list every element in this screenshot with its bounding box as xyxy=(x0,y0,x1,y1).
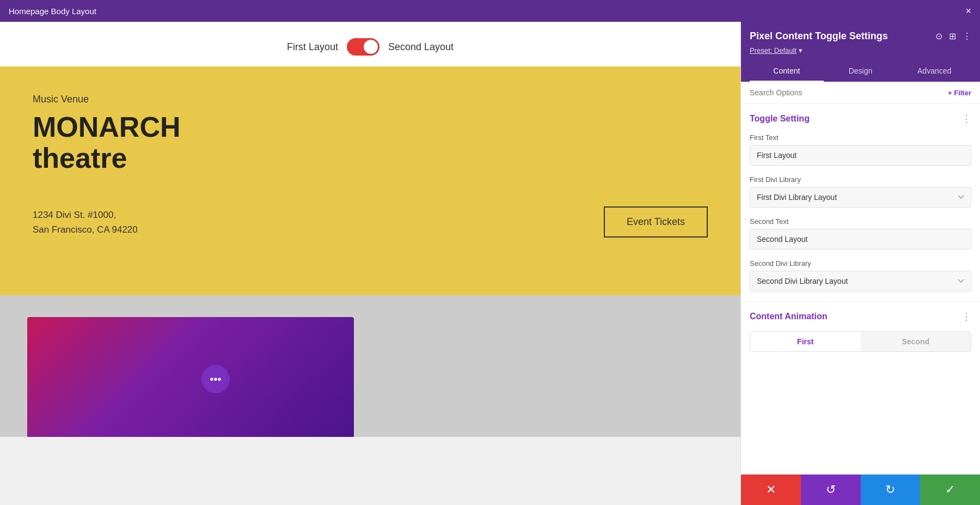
venue-card: Music Venue MONARCHtheatre 1234 Divi St.… xyxy=(0,66,740,295)
venue-title: MONARCHtheatre xyxy=(33,112,708,174)
more-icon[interactable]: ⋮ xyxy=(963,31,971,41)
first-text-input[interactable] xyxy=(750,145,971,166)
venue-bottom: 1234 Divi St. #1000,San Francisco, CA 94… xyxy=(33,206,708,238)
section-header-toggle: Toggle Setting ⋮ xyxy=(750,113,971,125)
bottom-toolbar: ✕ ↺ ↻ ✓ xyxy=(741,474,980,505)
venue-address: 1234 Divi St. #1000,San Francisco, CA 94… xyxy=(33,208,138,237)
toggle-thumb xyxy=(364,40,378,54)
tab-design[interactable]: Design xyxy=(824,61,898,82)
target-icon[interactable]: ⊙ xyxy=(935,31,942,41)
section-title-toggle: Toggle Setting xyxy=(750,114,810,124)
settings-body: + Filter Toggle Setting ⋮ First Text Fir… xyxy=(741,82,980,474)
first-text-field-group: First Text xyxy=(750,133,971,166)
tab-content[interactable]: Content xyxy=(750,61,824,82)
title-bar: Homepage Body Layout × xyxy=(0,0,980,22)
toggle-setting-section: Toggle Setting ⋮ First Text First Divi L… xyxy=(741,104,980,291)
venue-subtitle: Music Venue xyxy=(33,94,708,105)
chat-bubble-button[interactable]: ••• xyxy=(201,365,230,393)
first-divi-label: First Divi Library xyxy=(750,175,971,184)
close-button[interactable]: × xyxy=(965,5,971,17)
toggle-track[interactable] xyxy=(347,38,379,56)
section-more-icon[interactable]: ⋮ xyxy=(961,113,971,125)
settings-preset[interactable]: Preset: Default ▾ xyxy=(750,46,971,54)
search-row: + Filter xyxy=(741,82,980,104)
second-text-field-group: Second Text xyxy=(750,217,971,250)
window-title: Homepage Body Layout xyxy=(9,7,96,16)
dots-icon: ••• xyxy=(210,373,221,386)
section-title-animation: Content Animation xyxy=(750,312,828,321)
toggle-switch[interactable] xyxy=(347,38,379,56)
animation-tab-first[interactable]: First xyxy=(750,332,861,351)
refresh-button[interactable]: ↻ xyxy=(861,474,921,505)
cancel-button[interactable]: ✕ xyxy=(741,474,801,505)
settings-title: Pixel Content Toggle Settings xyxy=(750,31,888,42)
first-text-label: First Text xyxy=(750,133,971,142)
second-text-label: Second Text xyxy=(750,217,971,226)
event-tickets-button[interactable]: Event Tickets xyxy=(604,206,708,238)
first-divi-field-group: First Divi Library First Divi Library La… xyxy=(750,175,971,208)
layout-icon[interactable]: ⊞ xyxy=(949,31,956,41)
settings-header: Pixel Content Toggle Settings ⊙ ⊞ ⋮ Pres… xyxy=(741,22,980,82)
preset-label: Preset: Default xyxy=(750,46,797,54)
animation-tab-second[interactable]: Second xyxy=(861,332,971,351)
content-animation-section: Content Animation ⋮ First Second xyxy=(741,301,980,361)
second-divi-select[interactable]: Second Divi Library Layout xyxy=(750,271,971,291)
animation-more-icon[interactable]: ⋮ xyxy=(961,311,971,323)
settings-header-icons: ⊙ ⊞ ⋮ xyxy=(935,31,971,41)
toggle-row: First Layout Second Layout xyxy=(0,22,740,66)
lower-section: ••• xyxy=(0,295,740,437)
tab-advanced[interactable]: Advanced xyxy=(897,61,971,82)
section-header-animation: Content Animation ⋮ xyxy=(750,311,971,323)
main-area: First Layout Second Layout Music Venue M… xyxy=(0,22,980,505)
filter-button[interactable]: + Filter xyxy=(948,89,971,97)
second-text-input[interactable] xyxy=(750,229,971,250)
settings-tabs: Content Design Advanced xyxy=(750,61,971,82)
second-divi-label: Second Divi Library xyxy=(750,259,971,267)
search-input[interactable] xyxy=(750,88,944,97)
second-divi-field-group: Second Divi Library Second Divi Library … xyxy=(750,259,971,291)
reset-button[interactable]: ↺ xyxy=(801,474,861,505)
lower-image xyxy=(27,317,354,437)
animation-tabs: First Second xyxy=(750,331,971,352)
confirm-button[interactable]: ✓ xyxy=(920,474,980,505)
first-layout-label: First Layout xyxy=(287,41,338,53)
first-divi-select[interactable]: First Divi Library Layout xyxy=(750,187,971,208)
settings-panel: Pixel Content Toggle Settings ⊙ ⊞ ⋮ Pres… xyxy=(740,22,980,505)
settings-header-top: Pixel Content Toggle Settings ⊙ ⊞ ⋮ xyxy=(750,31,971,42)
second-layout-label: Second Layout xyxy=(388,41,454,53)
canvas-area: First Layout Second Layout Music Venue M… xyxy=(0,22,740,505)
